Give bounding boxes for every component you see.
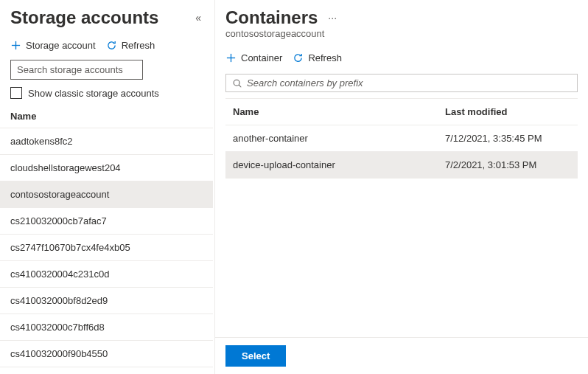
containers-title: Containers	[225, 7, 318, 28]
right-panel-header: Containers ···	[215, 0, 588, 28]
containers-table: Name Last modified another-container7/12…	[225, 98, 578, 179]
storage-account-row[interactable]: aadtokens8fc2	[0, 128, 213, 155]
show-classic-checkbox[interactable]	[10, 87, 22, 99]
refresh-containers-label: Refresh	[308, 52, 342, 63]
containers-footer: Select	[215, 337, 588, 374]
show-classic-row: Show classic storage accounts	[0, 86, 213, 105]
storage-accounts-panel: Storage accounts « Storage account Refre…	[0, 0, 215, 374]
plus-icon	[10, 40, 21, 51]
storage-account-row[interactable]: cs410032000bf8d2ed9	[0, 288, 213, 314]
container-date-column-header[interactable]: Last modified	[445, 106, 570, 117]
storage-account-row[interactable]: cs410032000c7bff6d8	[0, 314, 213, 341]
refresh-containers-button[interactable]: Refresh	[293, 51, 342, 65]
refresh-storage-accounts-label: Refresh	[122, 40, 155, 51]
svg-line-5	[239, 85, 241, 87]
storage-account-row[interactable]: cs410032000f90b4550	[0, 341, 213, 367]
add-storage-account-label: Storage account	[26, 40, 96, 51]
container-name-column-header[interactable]: Name	[233, 106, 445, 117]
container-date-cell: 7/12/2021, 3:35:45 PM	[445, 133, 570, 144]
storage-accounts-list: aadtokens8fc2cloudshellstoragewest204con…	[0, 128, 213, 367]
storage-account-row[interactable]: cs2747f10670b7cx4fe4xb05	[0, 235, 213, 261]
container-row[interactable]: device-upload-container7/2/2021, 3:01:53…	[225, 152, 578, 179]
storage-accounts-scroll[interactable]: Show classic storage accounts Name aadto…	[0, 60, 213, 374]
containers-subtitle: contosostorageaccount	[215, 28, 588, 44]
storage-name-column-header[interactable]: Name	[0, 105, 213, 128]
container-date-cell: 7/2/2021, 3:01:53 PM	[445, 159, 570, 170]
refresh-icon	[106, 40, 117, 51]
search-icon	[232, 78, 242, 89]
container-name-cell: device-upload-container	[233, 159, 445, 170]
search-containers-input[interactable]	[247, 77, 571, 89]
show-classic-label: Show classic storage accounts	[28, 88, 159, 99]
container-row[interactable]: another-container7/12/2021, 3:35:45 PM	[225, 125, 578, 152]
refresh-icon	[293, 52, 304, 63]
storage-account-row[interactable]: cs4100320004c231c0d	[0, 261, 213, 288]
right-toolbar: Container Refresh	[215, 44, 588, 72]
more-actions-button[interactable]: ···	[325, 9, 340, 27]
add-storage-account-button[interactable]: Storage account	[10, 38, 96, 52]
containers-header-row: Name Last modified	[225, 98, 578, 125]
storage-account-row[interactable]: contosostorageaccount	[0, 181, 213, 208]
svg-point-4	[234, 80, 239, 86]
search-storage-accounts-input[interactable]	[10, 60, 143, 80]
ellipsis-icon: ···	[328, 12, 337, 24]
containers-list: another-container7/12/2021, 3:35:45 PMde…	[225, 125, 578, 179]
left-panel-header: Storage accounts «	[0, 0, 214, 31]
add-container-label: Container	[241, 52, 282, 63]
add-container-button[interactable]: Container	[225, 51, 282, 65]
storage-accounts-title: Storage accounts	[10, 7, 158, 28]
storage-account-row[interactable]: cs210032000cb7afac7	[0, 208, 213, 235]
search-containers-wrap[interactable]	[225, 74, 578, 92]
storage-account-row[interactable]: cloudshellstoragewest204	[0, 155, 213, 181]
containers-panel: Containers ··· contosostorageaccount Con…	[215, 0, 588, 374]
container-name-cell: another-container	[233, 133, 445, 144]
left-toolbar: Storage account Refresh	[0, 31, 214, 60]
chevron-double-left-icon: «	[195, 12, 201, 24]
collapse-panel-button[interactable]: «	[192, 9, 204, 27]
plus-icon	[225, 52, 237, 63]
select-button[interactable]: Select	[225, 345, 286, 367]
refresh-storage-accounts-button[interactable]: Refresh	[106, 38, 155, 52]
